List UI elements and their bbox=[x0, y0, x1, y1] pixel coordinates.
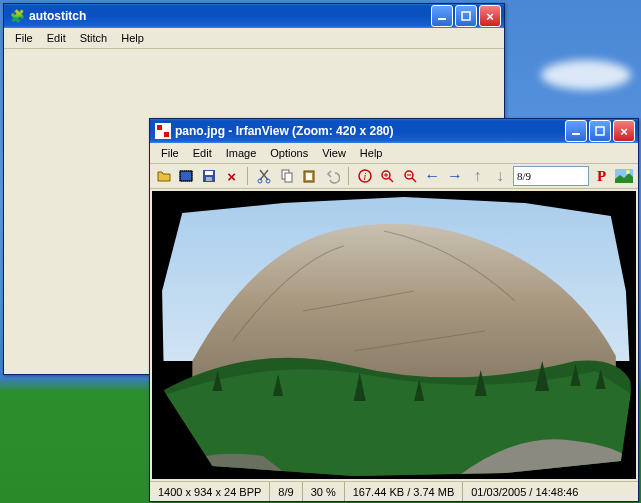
toolbar-separator bbox=[348, 167, 349, 185]
irfanview-image-viewport[interactable] bbox=[152, 191, 636, 479]
svg-line-25 bbox=[412, 178, 416, 182]
svg-rect-1 bbox=[462, 12, 470, 20]
next-icon[interactable]: → bbox=[445, 166, 465, 186]
zoom-out-icon[interactable] bbox=[400, 166, 420, 186]
svg-rect-17 bbox=[306, 173, 312, 180]
menu-file[interactable]: File bbox=[8, 30, 40, 46]
maximize-button[interactable] bbox=[455, 5, 477, 27]
autostitch-app-icon: 🧩 bbox=[9, 8, 25, 24]
status-datetime: 01/03/2005 / 14:48:46 bbox=[463, 482, 638, 501]
prev-icon[interactable]: ← bbox=[423, 166, 443, 186]
undo-icon[interactable] bbox=[322, 166, 342, 186]
copy-icon[interactable] bbox=[277, 166, 297, 186]
menu-options[interactable]: Options bbox=[263, 145, 315, 161]
autostitch-titlebar[interactable]: 🧩 autostitch × bbox=[4, 4, 504, 28]
toolbar-separator bbox=[247, 167, 248, 185]
svg-rect-5 bbox=[572, 133, 580, 135]
autostitch-menubar: File Edit Stitch Help bbox=[4, 28, 504, 49]
panorama-image bbox=[152, 191, 636, 479]
svg-rect-6 bbox=[596, 127, 604, 135]
irfanview-titlebar[interactable]: pano.jpg - IrfanView (Zoom: 420 x 280) × bbox=[150, 119, 638, 143]
status-zoom: 30 % bbox=[303, 482, 345, 501]
svg-rect-7 bbox=[180, 171, 192, 181]
close-button[interactable]: × bbox=[613, 120, 635, 142]
slideshow-icon[interactable] bbox=[177, 166, 197, 186]
irfanview-statusbar: 1400 x 934 x 24 BPP 8/9 30 % 167.44 KB /… bbox=[150, 481, 638, 501]
menu-help[interactable]: Help bbox=[353, 145, 390, 161]
image-index-input[interactable] bbox=[513, 166, 589, 186]
menu-edit[interactable]: Edit bbox=[40, 30, 73, 46]
irfanview-window: pano.jpg - IrfanView (Zoom: 420 x 280) ×… bbox=[149, 118, 639, 502]
menu-view[interactable]: View bbox=[315, 145, 353, 161]
paste-icon[interactable] bbox=[300, 166, 320, 186]
status-dimensions: 1400 x 934 x 24 BPP bbox=[150, 482, 270, 501]
svg-text:i: i bbox=[363, 171, 366, 182]
menu-file[interactable]: File bbox=[154, 145, 186, 161]
menu-image[interactable]: Image bbox=[219, 145, 264, 161]
properties-icon[interactable]: P bbox=[592, 166, 612, 186]
irfanview-toolbar: × i ← → bbox=[150, 164, 638, 189]
svg-rect-0 bbox=[438, 18, 446, 20]
close-button[interactable]: × bbox=[479, 5, 501, 27]
delete-icon[interactable]: × bbox=[222, 166, 242, 186]
svg-rect-11 bbox=[206, 177, 212, 181]
minimize-button[interactable] bbox=[431, 5, 453, 27]
menu-help[interactable]: Help bbox=[114, 30, 151, 46]
svg-point-28 bbox=[626, 170, 630, 174]
desktop: 🧩 autostitch × File Edit Stitch Help pan… bbox=[0, 0, 641, 503]
zoom-in-icon[interactable] bbox=[377, 166, 397, 186]
svg-rect-4 bbox=[164, 132, 169, 137]
window-controls: × bbox=[431, 5, 501, 27]
maximize-button[interactable] bbox=[589, 120, 611, 142]
status-index: 8/9 bbox=[270, 482, 302, 501]
menu-edit[interactable]: Edit bbox=[186, 145, 219, 161]
info-icon[interactable]: i bbox=[355, 166, 375, 186]
down-icon[interactable]: ↓ bbox=[490, 166, 510, 186]
status-filesize: 167.44 KB / 3.74 MB bbox=[345, 482, 464, 501]
cut-icon[interactable] bbox=[254, 166, 274, 186]
svg-rect-10 bbox=[205, 171, 213, 175]
autostitch-title: autostitch bbox=[29, 9, 431, 23]
svg-line-21 bbox=[389, 178, 393, 182]
svg-rect-3 bbox=[157, 125, 162, 130]
irfanview-menubar: File Edit Image Options View Help bbox=[150, 143, 638, 164]
wallpaper-cloud bbox=[541, 60, 631, 90]
menu-stitch[interactable]: Stitch bbox=[73, 30, 115, 46]
irfanview-title: pano.jpg - IrfanView (Zoom: 420 x 280) bbox=[175, 124, 565, 138]
minimize-button[interactable] bbox=[565, 120, 587, 142]
wallpaper-icon[interactable] bbox=[614, 166, 634, 186]
open-icon[interactable] bbox=[154, 166, 174, 186]
irfanview-app-icon bbox=[155, 123, 171, 139]
save-icon[interactable] bbox=[199, 166, 219, 186]
svg-rect-15 bbox=[285, 173, 292, 182]
up-icon[interactable]: ↑ bbox=[468, 166, 488, 186]
window-controls: × bbox=[565, 120, 635, 142]
